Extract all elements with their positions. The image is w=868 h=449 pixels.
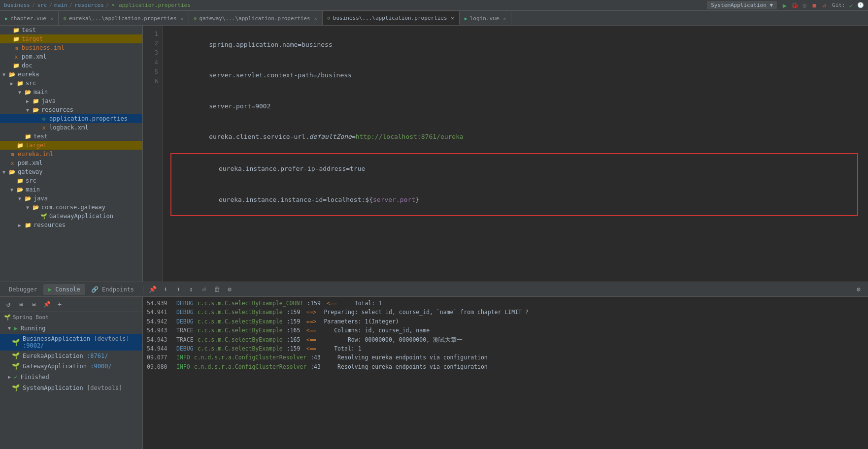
tab-eureka-props[interactable]: ⚙ eureka\...\application.properties ✕ [59, 11, 189, 25]
tree-item-test2[interactable]: 📁 test [0, 132, 142, 141]
toolbar-down-button[interactable]: ⬇ [160, 284, 171, 295]
debug-button[interactable]: 🐞 [791, 1, 799, 9]
code-token: business [301, 41, 333, 48]
tree-item-app-props[interactable]: ⚙ application.properties [0, 114, 142, 123]
breadcrumb-src[interactable]: src [37, 2, 47, 8]
code-area: 1 2 3 4 5 6 spring.application.name=busi… [143, 26, 868, 282]
tree-item-java1[interactable]: ▶ 📁 java [0, 96, 142, 105]
run-item-link[interactable]: :9000/ [90, 363, 111, 370]
toolbar-up-button[interactable]: ⬆ [173, 284, 184, 295]
panel-settings-button[interactable]: ⚙ [853, 284, 864, 295]
tree-item-gateway-app[interactable]: 🌱 GatewayApplication [0, 212, 142, 221]
run-item-system[interactable]: 🌱 SystemApplication [devtools] [0, 383, 142, 393]
tree-label: GatewayApplication [49, 213, 113, 220]
toolbar-scroll-button[interactable]: ↕ [186, 284, 197, 295]
run-sidebar-restart[interactable]: ↺ [3, 299, 14, 310]
code-token: eureka.instance.instance-id [219, 196, 323, 203]
app-dropdown[interactable]: SystemApplication ▼ [707, 1, 777, 9]
console-label: Console [55, 286, 80, 293]
bottom-toolbar: Debugger ▶ Console 🔗 Endpoints 📌 ⬇ ⬆ ↕ ⏎… [0, 282, 868, 297]
code-line-1: spring.application.name=business [170, 30, 860, 60]
code-content[interactable]: spring.application.name=business server.… [163, 26, 868, 282]
tree-item-test1[interactable]: 📁 test [0, 26, 142, 34]
folder-icon: 📂 [8, 169, 17, 175]
tree-item-main1[interactable]: ▼ 📂 main [0, 88, 142, 96]
run-item-link[interactable]: :9002/ [23, 342, 44, 349]
run-item-business[interactable]: 🌱 BusinessApplication [devtools] :9002/ [0, 334, 142, 351]
tree-item-business-iml[interactable]: m business.iml [0, 43, 142, 52]
top-bar-right: SystemApplication ▼ ▶ 🐞 ◎ ■ ↺ Git: ✓ 🕐 [707, 1, 864, 9]
code-token: defaultZone [309, 133, 352, 140]
tree-item-com-course-gateway[interactable]: ▼ 📂 com.course.gateway [0, 203, 142, 212]
toolbar-clear-button[interactable]: 🗑 [211, 284, 222, 295]
tree-label: resources [41, 106, 73, 113]
toolbar-settings-button[interactable]: ⚙ [224, 284, 235, 295]
tree-label: pom.xml [18, 160, 43, 166]
tree-arrow: ▼ [24, 205, 32, 210]
tab-gateway-props[interactable]: ⚙ gateway\...\application.properties ✕ [189, 11, 323, 25]
run-item-link[interactable]: :8761/ [87, 353, 108, 359]
tab-bar: ▶ chapter.vue ✕ ⚙ eureka\...\application… [0, 11, 868, 26]
tab-close-gateway[interactable]: ✕ [314, 16, 317, 21]
tree-item-resources2[interactable]: ▶ 📁 resources [0, 221, 142, 229]
tree-item-gateway[interactable]: ▼ 📂 gateway [0, 167, 142, 176]
tree-item-pom2[interactable]: x pom.xml [0, 159, 142, 167]
tree-item-eureka[interactable]: ▼ 📂 eureka [0, 70, 142, 79]
tree-item-resources1[interactable]: ▼ 📂 resources [0, 105, 142, 114]
restart-button[interactable]: ↺ [820, 1, 828, 9]
run-sidebar: ↺ ⊞ ⊟ 📌 + 🌱 Spring Boot ▼ ▶ Running 🌱 Bu… [0, 297, 143, 449]
tab-endpoints[interactable]: 🔗 Endpoints [86, 284, 139, 295]
clock-icon: 🕐 [857, 2, 864, 8]
tree-label: target [26, 142, 47, 149]
tab-close-eureka[interactable]: ✕ [181, 16, 184, 21]
git-icon[interactable]: ✓ [849, 1, 853, 9]
breadcrumb-resources[interactable]: resources [74, 2, 104, 8]
run-item-gateway[interactable]: 🌱 GatewayApplication :9000/ [0, 361, 142, 371]
tree-item-logback[interactable]: x logback.xml [0, 123, 142, 132]
tab-label-chapter: chapter.vue [10, 15, 46, 22]
code-token: http://localhost:8761/eureka [356, 133, 464, 140]
tab-console[interactable]: ▶ Console [43, 284, 85, 295]
code-token: = [352, 133, 356, 140]
folder-icon: 📁 [12, 27, 21, 33]
run-sidebar-filter[interactable]: ⊟ [29, 299, 39, 310]
tree-item-java2[interactable]: ▼ 📂 java [0, 194, 142, 203]
tree-item-pom1[interactable]: x pom.xml [0, 52, 142, 61]
toolbar-pin-button[interactable]: 📌 [147, 284, 158, 295]
editor[interactable]: 1 2 3 4 5 6 spring.application.name=busi… [143, 26, 868, 282]
tree-label: src [26, 177, 36, 184]
breadcrumb-business[interactable]: business [4, 2, 30, 8]
tree-item-eureka-iml[interactable]: m eureka.iml [0, 150, 142, 159]
breadcrumb-file[interactable]: ⚬ application.properties [111, 2, 190, 8]
log-line-6: 54.944 DEBUG c.c.s.m.C.selectByExample :… [147, 344, 864, 353]
tree-label: java [41, 97, 56, 104]
tree-arrow: ▼ [16, 196, 24, 201]
run-sidebar-add[interactable]: + [54, 299, 65, 310]
run-item-label: GatewayApplication :9000/ [23, 363, 112, 370]
props-icon: ⚙ [39, 116, 48, 122]
tree-item-target1[interactable]: 📁 target [0, 34, 142, 43]
tree-item-src2[interactable]: 📁 src [0, 176, 142, 185]
arrow-icon: ▶ [8, 374, 11, 380]
run-sidebar-pin[interactable]: 📌 [41, 299, 52, 310]
coverage-button[interactable]: ◎ [801, 1, 808, 9]
tab-login-vue[interactable]: ▶ login.vue ✕ [460, 11, 512, 25]
breadcrumb-main[interactable]: main [54, 2, 67, 8]
console-output[interactable]: 54.939 DEBUG c.c.s.m.C.selectByExample_C… [143, 297, 868, 449]
tab-close-login[interactable]: ✕ [503, 16, 506, 21]
stop-button[interactable]: ■ [810, 1, 818, 9]
tree-item-target2[interactable]: 📁 target [0, 141, 142, 150]
tab-close-chapter[interactable]: ✕ [50, 16, 53, 21]
run-button[interactable]: ▶ [781, 1, 789, 9]
tab-debugger[interactable]: Debugger [4, 284, 42, 295]
tab-chapter-vue[interactable]: ▶ chapter.vue ✕ [0, 11, 59, 25]
tree-item-doc[interactable]: 📁 doc [0, 61, 142, 70]
tab-business-props[interactable]: ⚙ business\...\application.properties ✕ [323, 11, 460, 25]
tab-close-business[interactable]: ✕ [451, 15, 454, 21]
tree-item-main2[interactable]: ▼ 📂 main [0, 185, 142, 194]
toolbar-wrap-button[interactable]: ⏎ [199, 284, 209, 295]
run-sidebar-layout[interactable]: ⊞ [16, 299, 27, 310]
run-item-eureka[interactable]: 🌱 EurekaApplication :8761/ [0, 351, 142, 361]
tree-item-src1[interactable]: ▶ 📁 src [0, 79, 142, 88]
folder-icon: 📁 [16, 80, 25, 87]
